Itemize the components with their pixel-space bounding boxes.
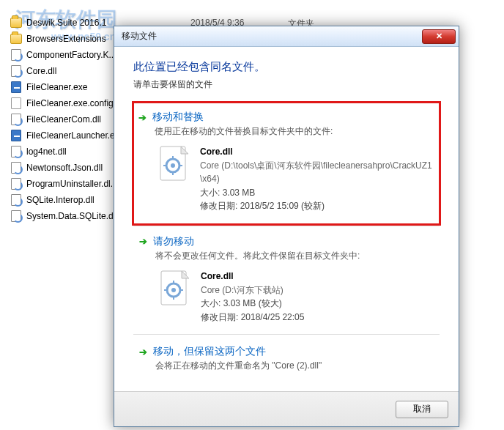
option1-desc: 使用正在移动的文件替换目标文件夹中的文件: — [155, 125, 434, 138]
option1-file-date: 修改日期: 2018/5/2 15:09 (较新) — [200, 199, 434, 213]
close-icon: ✕ — [436, 31, 442, 41]
dll-icon — [10, 194, 22, 206]
file-label: SQLite.Interop.dll — [26, 195, 94, 205]
file-label: Newtonsoft.Json.dll — [26, 163, 103, 173]
dialog-footer: 取消 — [114, 391, 459, 426]
dialog-titlebar[interactable]: 移动文件 ✕ — [114, 26, 459, 47]
dll-icon — [10, 65, 22, 77]
dialog-subhead: 请单击要保留的文件 — [133, 78, 440, 91]
close-button[interactable]: ✕ — [422, 29, 456, 44]
file-label: FileCleaner.exe — [26, 82, 87, 92]
file-label: FileCleanerLauncher.e... — [26, 130, 122, 141]
dll-file-icon — [159, 145, 191, 183]
cfg-icon — [10, 97, 22, 109]
option1-file-size: 大小: 3.03 MB — [200, 186, 434, 200]
folder-icon — [10, 17, 22, 29]
file-label: BrowsersExtensions — [26, 34, 106, 44]
dll-icon — [10, 162, 22, 174]
dialog-body: 此位置已经包含同名文件。 请单击要保留的文件 ➔ 移动和替换 使用正在移动的文件… — [114, 47, 459, 391]
option-move-and-replace[interactable]: ➔ 移动和替换 使用正在移动的文件替换目标文件夹中的文件: Core.dll C… — [132, 101, 441, 226]
dll-icon — [10, 49, 22, 61]
svg-point-2 — [171, 163, 175, 168]
arrow-icon: ➔ — [139, 346, 147, 357]
option2-file-path: Core (D:\河东下载站) — [201, 283, 304, 297]
file-label: System.Data.SQLite.dl... — [26, 211, 122, 221]
option1-file-name: Core.dll — [200, 145, 434, 159]
option2-desc: 将不会更改任何文件。将此文件保留在目标文件夹中: — [155, 250, 434, 262]
file-label: Core.dll — [26, 66, 56, 76]
dll-icon — [10, 210, 22, 222]
dll-icon — [10, 114, 22, 125]
option2-file-size: 大小: 3.03 MB (较大) — [201, 297, 304, 311]
option-keep-both[interactable]: ➔ 移动，但保留这两个文件 会将正在移动的文件重命名为 "Core (2).dl… — [133, 334, 440, 379]
file-label: FileCleanerCom.dll — [26, 114, 101, 125]
exe-icon — [10, 81, 22, 93]
dll-icon — [10, 178, 22, 190]
option1-file-path: Core (D:\tools\桌面\河东软件园\filecleanersahpr… — [200, 159, 434, 186]
dll-file-icon — [160, 270, 192, 308]
option3-desc: 会将正在移动的文件重命名为 "Core (2).dll" — [155, 360, 434, 372]
option2-file-name: Core.dll — [201, 270, 304, 283]
option2-title: 请勿移动 — [153, 235, 194, 248]
file-label: ComponentFactory.K... — [26, 50, 116, 60]
option2-file-card: Core.dll Core (D:\河东下载站) 大小: 3.03 MB (较大… — [160, 270, 434, 324]
file-label: ProgramUninstaller.dl... — [26, 179, 118, 189]
cancel-button[interactable]: 取消 — [396, 401, 448, 418]
option3-title: 移动，但保留这两个文件 — [153, 345, 266, 358]
arrow-icon: ➔ — [139, 236, 147, 247]
file-label: FileCleaner.exe.config — [26, 98, 114, 108]
file-label: Deswik.Suite 2016.1 — [26, 18, 106, 28]
move-file-dialog: 移动文件 ✕ 此位置已经包含同名文件。 请单击要保留的文件 ➔ 移动和替换 使用… — [114, 26, 459, 427]
svg-point-9 — [171, 288, 176, 292]
file-label: log4net.dll — [26, 147, 67, 157]
option1-file-card: Core.dll Core (D:\tools\桌面\河东软件园\filecle… — [159, 145, 434, 213]
arrow-icon: ➔ — [138, 112, 147, 123]
dialog-title: 移动文件 — [122, 30, 157, 42]
dialog-headline: 此位置已经包含同名文件。 — [133, 60, 440, 74]
folder-icon — [10, 33, 22, 45]
dll-icon — [10, 146, 22, 157]
option1-title: 移动和替换 — [152, 111, 204, 124]
option2-file-date: 修改日期: 2018/4/25 22:05 — [201, 311, 304, 325]
option-dont-move[interactable]: ➔ 请勿移动 将不会更改任何文件。将此文件保留在目标文件夹中: Core.dll… — [133, 226, 440, 334]
exe-icon — [10, 130, 22, 141]
